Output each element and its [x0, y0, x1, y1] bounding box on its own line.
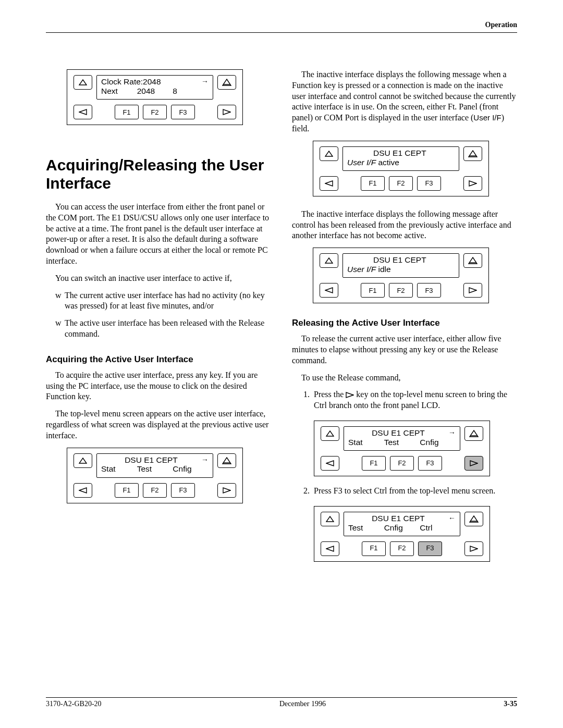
screen-italic-text: User I/F [347, 265, 376, 274]
select-icon [469, 515, 479, 523]
svg-marker-5 [79, 458, 87, 463]
up-arrow-button[interactable] [321, 426, 339, 441]
f2-key[interactable]: F2 [389, 176, 413, 191]
right-arrow-button[interactable] [463, 283, 482, 298]
svg-marker-29 [326, 546, 334, 551]
f2-key[interactable]: F2 [143, 105, 167, 119]
screen-status: active [376, 158, 399, 167]
f3-key[interactable]: F3 [171, 483, 195, 498]
right-arrow-button[interactable] [463, 176, 482, 191]
menu-item: Test [384, 438, 420, 447]
svg-marker-8 [79, 488, 87, 493]
section-title: Acquiring/Releasing the User Interface [46, 156, 271, 192]
lcd-screen: DSU E1 CEPT User I/F idle [342, 253, 459, 278]
step-text: Press F3 to select Ctrl from the top-lev… [314, 486, 495, 495]
right-column: The inactive interface displays the foll… [292, 69, 517, 571]
header-chapter: Operation [46, 21, 517, 29]
left-arrow-button[interactable] [321, 541, 339, 556]
f2-key[interactable]: F2 [390, 541, 414, 556]
menu-item: Cnfig [173, 464, 209, 474]
lcd-panel-step1: DSU E1 CEPT → Stat Test Cnfig [314, 421, 490, 476]
up-arrow-button[interactable] [320, 253, 338, 268]
svg-marker-10 [325, 151, 333, 156]
f1-key[interactable]: F1 [362, 456, 386, 471]
lcd-panel-step2: DSU E1 CEPT ← Test Cnfig Ctrl [314, 506, 490, 562]
screen-col1: Next [101, 87, 137, 96]
footer-date: December 1996 [279, 700, 326, 708]
left-arrow-button[interactable] [74, 105, 92, 119]
right-arrow-button-pressed[interactable] [464, 456, 483, 471]
footer-rule [46, 697, 517, 698]
triangle-right-icon [346, 392, 354, 398]
f2-key[interactable]: F2 [389, 283, 413, 298]
triangle-right-icon [469, 287, 477, 293]
triangle-up-icon [325, 257, 333, 264]
lcd-panel-active: DSU E1 CEPT User I/F active [313, 141, 489, 196]
f3-key[interactable]: F3 [418, 456, 442, 471]
footer-doc-id: 3170-A2-GB20-20 [46, 700, 102, 708]
screen-title: DSU E1 CEPT [347, 149, 452, 158]
triangle-right-icon [223, 109, 231, 115]
header-rule [46, 32, 517, 33]
svg-marker-25 [470, 461, 478, 466]
menu-item: Cnfig [420, 438, 456, 447]
right-arrow-button[interactable] [464, 541, 483, 556]
f3-key[interactable]: F3 [417, 176, 441, 191]
f1-key[interactable]: F1 [115, 105, 139, 119]
select-button[interactable] [463, 253, 482, 268]
f1-key[interactable]: F1 [362, 541, 386, 556]
right-arrow-button[interactable] [217, 105, 236, 119]
triangle-left-icon [79, 487, 87, 493]
svg-marker-0 [79, 80, 87, 85]
screen-title: DSU E1 CEPT [348, 514, 448, 523]
inline-field-name: User I/F [473, 113, 501, 122]
svg-marker-19 [469, 288, 476, 293]
select-button[interactable] [463, 146, 482, 161]
screen-title: DSU E1 CEPT [348, 428, 448, 438]
triangle-left-icon [326, 460, 334, 466]
menu-item: Stat [348, 438, 384, 447]
left-arrow-button[interactable] [74, 483, 92, 498]
lcd-screen: DSU E1 CEPT → Stat Test Cnfig [96, 453, 213, 478]
lcd-screen: DSU E1 CEPT ← Test Cnfig Ctrl [344, 512, 460, 536]
screen-title: DSU E1 CEPT [101, 455, 201, 465]
menu-item: Ctrl [420, 523, 456, 533]
f3-key[interactable]: F3 [171, 105, 195, 119]
lcd-screen: Clock Rate:2048 → Next 2048 8 [96, 75, 213, 100]
up-arrow-button[interactable] [321, 512, 339, 526]
select-icon [469, 430, 479, 437]
f2-key[interactable]: F2 [390, 456, 414, 471]
select-icon [468, 257, 478, 264]
select-icon [222, 79, 231, 86]
body-paragraph: You can switch an inactive user interfac… [46, 273, 271, 284]
triangle-up-icon [326, 430, 334, 437]
select-button[interactable] [217, 453, 236, 468]
right-arrow-button[interactable] [217, 483, 236, 498]
left-arrow-button[interactable] [320, 176, 338, 191]
up-arrow-button[interactable] [74, 453, 92, 468]
screen-title: DSU E1 CEPT [347, 255, 452, 265]
triangle-left-icon [79, 109, 87, 115]
f3-key[interactable]: F3 [417, 283, 441, 298]
left-arrow-button[interactable] [320, 283, 338, 298]
triangle-up-icon [325, 151, 333, 157]
left-arrow-button[interactable] [321, 456, 339, 471]
svg-marker-15 [325, 258, 333, 263]
svg-marker-13 [325, 181, 333, 186]
f2-key[interactable]: F2 [143, 483, 167, 498]
body-paragraph: To release the current active user inter… [292, 334, 517, 366]
triangle-left-icon [326, 546, 334, 552]
f3-key-pressed[interactable]: F3 [418, 541, 442, 556]
svg-marker-14 [469, 181, 476, 186]
triangle-up-icon [79, 458, 87, 464]
up-arrow-button[interactable] [74, 75, 92, 90]
f1-key[interactable]: F1 [361, 176, 385, 191]
select-button[interactable] [464, 512, 483, 526]
f1-key[interactable]: F1 [115, 483, 139, 498]
f1-key[interactable]: F1 [361, 283, 385, 298]
select-button[interactable] [464, 426, 483, 441]
select-button[interactable] [217, 75, 236, 90]
up-arrow-button[interactable] [320, 146, 338, 161]
triangle-left-icon [325, 180, 333, 187]
screen-italic-text: User I/F [347, 158, 376, 167]
